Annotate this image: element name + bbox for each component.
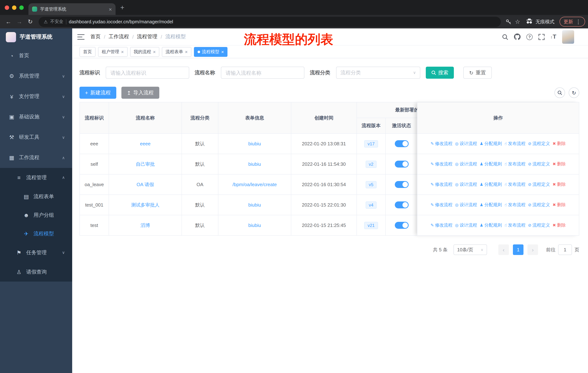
publish-process-link[interactable]: ☝发布流程	[504, 161, 525, 167]
search-button[interactable]: 搜索	[426, 67, 454, 79]
design-process-link[interactable]: ◎设计流程	[455, 181, 477, 188]
forward-button[interactable]: →	[14, 18, 25, 25]
font-size-icon[interactable]: ↕T	[550, 33, 556, 40]
url-bar[interactable]: ⚠ 不安全 dashboard.yudao.iocoder.cn/bpm/man…	[39, 17, 501, 27]
sidebar-item-task-management[interactable]: ⚑ 任务管理 ∨	[0, 243, 72, 262]
process-definition-link[interactable]: ⊘流程定义	[528, 222, 550, 228]
design-process-link[interactable]: ◎设计流程	[455, 161, 477, 167]
help-icon[interactable]: ?	[526, 34, 533, 40]
process-name-link[interactable]: 测试多审批人	[131, 202, 159, 207]
browser-menu-icon[interactable]: ⋮	[576, 18, 581, 25]
form-info-link[interactable]: biubiu	[248, 161, 261, 167]
reset-button[interactable]: ↻ 重置	[463, 67, 492, 79]
goto-page-input[interactable]	[558, 244, 572, 255]
import-process-button[interactable]: ↥ 导入流程	[121, 87, 159, 99]
create-process-button[interactable]: + 新建流程	[79, 87, 116, 99]
assign-rule-link[interactable]: ♟分配规则	[480, 161, 502, 167]
sidebar-item-system[interactable]: ⚙ 系统管理 ∨	[0, 66, 72, 86]
assign-rule-link[interactable]: ♟分配规则	[480, 222, 502, 228]
refresh-table-button[interactable]: ↻	[569, 87, 579, 98]
close-icon[interactable]: ×	[221, 49, 224, 54]
close-icon[interactable]: ×	[121, 49, 124, 54]
fullscreen-icon[interactable]	[538, 34, 545, 40]
tag-process-form[interactable]: 流程表单 ×	[162, 47, 191, 57]
close-icon[interactable]: ×	[153, 49, 156, 54]
process-name-link[interactable]: eeee	[140, 141, 151, 146]
next-page-button[interactable]: ›	[527, 244, 538, 255]
tag-process-model[interactable]: 流程模型 ×	[194, 47, 228, 57]
sidebar-item-devtools[interactable]: ⚒ 研发工具 ∨	[0, 127, 72, 148]
edit-process-link[interactable]: ✎修改流程	[430, 222, 452, 228]
edit-process-link[interactable]: ✎修改流程	[430, 202, 452, 208]
browser-tab[interactable]: 芋道管理系统 ×	[28, 3, 116, 15]
breadcrumb-item[interactable]: 流程管理	[137, 33, 158, 40]
sidebar-item-workflow[interactable]: ▦ 工作流程 ∧	[0, 148, 72, 168]
avatar[interactable]	[562, 30, 574, 43]
edit-process-link[interactable]: ✎修改流程	[430, 181, 452, 188]
breadcrumb-item[interactable]: 首页	[90, 33, 101, 40]
password-key-icon[interactable]	[505, 19, 511, 25]
publish-process-link[interactable]: ☝发布流程	[504, 202, 525, 208]
process-definition-link[interactable]: ⊘流程定义	[528, 202, 550, 208]
process-name-input[interactable]	[221, 67, 304, 79]
design-process-link[interactable]: ◎设计流程	[455, 222, 477, 228]
assign-rule-link[interactable]: ♟分配规则	[480, 181, 502, 188]
process-definition-link[interactable]: ⊘流程定义	[528, 181, 550, 188]
reload-button[interactable]: ↻	[25, 18, 36, 25]
active-toggle[interactable]	[395, 202, 409, 208]
tag-home[interactable]: 首页	[79, 47, 95, 57]
publish-process-link[interactable]: ☝发布流程	[504, 141, 525, 147]
publish-process-link[interactable]: ☝发布流程	[504, 181, 525, 188]
process-name-link[interactable]: 自己审批	[136, 161, 155, 167]
delete-process-link[interactable]: ✖删除	[552, 161, 566, 167]
process-category-select[interactable]: 流程分类 ∨	[336, 67, 420, 79]
process-name-link[interactable]: OA 请假	[136, 181, 154, 187]
tab-close-icon[interactable]: ×	[109, 6, 112, 12]
hamburger-icon[interactable]	[77, 34, 84, 40]
design-process-link[interactable]: ◎设计流程	[455, 141, 477, 147]
sidebar-item-user-group[interactable]: ☻ 用户分组	[0, 206, 72, 224]
process-name-link[interactable]: 滔博	[141, 222, 150, 228]
sidebar-item-process-model[interactable]: ✈ 流程模型	[0, 224, 72, 243]
delete-process-link[interactable]: ✖删除	[552, 222, 566, 228]
delete-process-link[interactable]: ✖删除	[552, 141, 566, 147]
page-number-current[interactable]: 1	[513, 244, 524, 255]
delete-process-link[interactable]: ✖删除	[552, 181, 566, 188]
process-definition-link[interactable]: ⊘流程定义	[528, 141, 550, 147]
sidebar-item-process-management[interactable]: ≡ 流程管理 ∧	[0, 168, 72, 187]
active-toggle[interactable]	[395, 161, 409, 168]
edit-process-link[interactable]: ✎修改流程	[430, 141, 452, 147]
sidebar-item-process-form[interactable]: ▤ 流程表单	[0, 187, 72, 206]
prev-page-button[interactable]: ‹	[498, 244, 509, 255]
back-button[interactable]: ←	[3, 18, 14, 25]
edit-process-link[interactable]: ✎修改流程	[430, 161, 452, 167]
tag-my-process[interactable]: 我的流程 ×	[130, 47, 159, 57]
sidebar-item-payment[interactable]: ¥ 支付管理 ∨	[0, 86, 72, 107]
browser-menu-update[interactable]: 更新 ⋮	[560, 17, 585, 27]
sidebar-item-leave-query[interactable]: ♙ 请假查询	[0, 262, 72, 282]
delete-process-link[interactable]: ✖删除	[552, 202, 566, 208]
assign-rule-link[interactable]: ♟分配规则	[480, 141, 502, 147]
process-definition-link[interactable]: ⊘流程定义	[528, 161, 550, 167]
process-id-input[interactable]	[106, 67, 189, 79]
active-toggle[interactable]	[395, 181, 409, 188]
breadcrumb-item[interactable]: 工作流程	[109, 33, 129, 40]
form-info-link[interactable]: biubiu	[248, 222, 261, 228]
close-window-button[interactable]	[5, 5, 9, 10]
sidebar-item-home[interactable]: ◔ 首页	[0, 46, 72, 66]
publish-process-link[interactable]: ☝发布流程	[504, 222, 525, 228]
github-icon[interactable]	[514, 33, 521, 40]
search-icon[interactable]	[502, 34, 508, 40]
close-icon[interactable]: ×	[185, 49, 188, 54]
maximize-window-button[interactable]	[19, 5, 24, 10]
active-toggle[interactable]	[395, 140, 409, 147]
active-toggle[interactable]	[395, 222, 409, 229]
page-size-select[interactable]: 10条/页 ∨	[453, 244, 487, 255]
minimize-window-button[interactable]	[12, 5, 16, 10]
form-info-link[interactable]: biubiu	[248, 202, 261, 208]
form-info-link[interactable]: /bpm/oa/leave/create	[232, 182, 277, 187]
sidebar-item-infra[interactable]: ▣ 基础设施 ∨	[0, 107, 72, 127]
show-search-button[interactable]	[555, 87, 565, 98]
tag-tenant[interactable]: 租户管理 ×	[98, 47, 127, 57]
bookmark-star-icon[interactable]: ☆	[515, 18, 520, 25]
